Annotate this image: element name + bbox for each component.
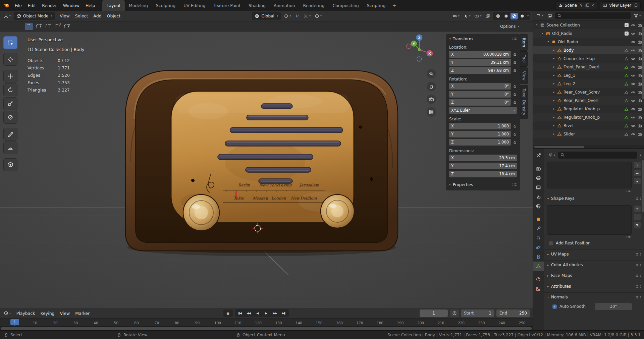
- properties-tab-constraints[interactable]: [533, 252, 544, 262]
- workspace-tab-modeling[interactable]: Modeling: [125, 0, 152, 11]
- auto-keying-button[interactable]: ●: [223, 309, 233, 317]
- workspace-tab-scripting[interactable]: Scripting: [363, 0, 390, 11]
- tool-measure[interactable]: [3, 142, 17, 154]
- timeline-menu-playback[interactable]: Playback: [14, 309, 38, 317]
- properties-tab-object[interactable]: [533, 215, 544, 224]
- field-z[interactable]: Z0°: [449, 99, 511, 106]
- transform-panel-header[interactable]: ▾Transform: [446, 34, 520, 43]
- field-x[interactable]: X1.000: [449, 123, 511, 129]
- tool-rotate[interactable]: [3, 83, 17, 96]
- timeline-menu-marker[interactable]: Marker: [72, 309, 92, 317]
- collection-checkbox[interactable]: ✓: [625, 23, 629, 27]
- topbar-menu-edit[interactable]: Edit: [25, 2, 39, 9]
- frame-end-field[interactable]: End 250: [496, 309, 530, 317]
- properties-tab-texture[interactable]: [533, 284, 544, 293]
- lock-toggle[interactable]: [513, 84, 517, 88]
- list-button-specials[interactable]: ▾: [633, 221, 641, 228]
- zoom-button[interactable]: [427, 69, 436, 78]
- list-button-remove[interactable]: −: [633, 213, 641, 220]
- hide-viewport-toggle[interactable]: [631, 23, 635, 27]
- properties-tab-modifiers[interactable]: [533, 224, 544, 233]
- outliner-row-regulator-knob-p[interactable]: ▸ Regulator_Knob_p: [533, 113, 644, 121]
- unlink-scene-icon[interactable]: ×: [591, 3, 594, 8]
- play-reverse-button[interactable]: ◀: [253, 310, 262, 317]
- auto-smooth-checkbox[interactable]: ✓: [552, 304, 557, 309]
- workspace-tab-layout[interactable]: Layout: [102, 0, 125, 11]
- outliner-row-regulator-knob-p[interactable]: ▸ Regulator_Knob_p: [533, 105, 644, 113]
- outliner-row-rear-cover-screv[interactable]: ▸ Rear_Cover_Screv: [533, 88, 644, 96]
- outliner-row-scene-collection[interactable]: ▾ Scene Collection ✓: [533, 21, 644, 29]
- workspace-tab-shading[interactable]: Shading: [245, 0, 270, 11]
- editor-type-button[interactable]: ▾: [3, 13, 12, 19]
- outliner-row-leg-1[interactable]: ▸ Leg_1: [533, 71, 644, 79]
- workspace-tab-texture-paint[interactable]: Texture Paint: [209, 0, 245, 11]
- shading-wireframe-button[interactable]: [494, 13, 502, 19]
- shape-keys-panel-header[interactable]: ▾Shape Keys: [544, 194, 644, 203]
- visibility-dropdown[interactable]: ▾: [451, 13, 461, 19]
- axis-negz-ball[interactable]: [417, 57, 422, 61]
- new-view-layer-icon[interactable]: [633, 3, 638, 8]
- workspace-tab-rendering[interactable]: Rendering: [299, 0, 329, 11]
- expander-icon[interactable]: ▸: [551, 107, 556, 110]
- properties-tab-object-data[interactable]: [533, 262, 544, 271]
- expander-icon[interactable]: ▾: [534, 23, 539, 26]
- expander-icon[interactable]: ▾: [540, 32, 545, 35]
- panel-uv-maps[interactable]: ▸UV Maps: [544, 249, 644, 259]
- lock-toggle[interactable]: [513, 140, 517, 144]
- select-mode-invert[interactable]: ↺: [53, 23, 61, 30]
- outliner-row-old-radio[interactable]: ▾ Old_Radio ✓: [533, 29, 644, 38]
- playhead[interactable]: 1: [10, 319, 19, 325]
- list-resize-grip[interactable]: [626, 189, 632, 192]
- viewport-menu-add[interactable]: Add: [91, 12, 104, 20]
- lock-toggle[interactable]: [513, 124, 517, 128]
- timeline-scrollbar[interactable]: [0, 326, 533, 330]
- hide-viewport-toggle[interactable]: [631, 48, 635, 53]
- outliner-row-body[interactable]: ▸ Body: [533, 46, 644, 54]
- topbar-menu-window[interactable]: Window: [60, 2, 83, 9]
- list-button-add[interactable]: +: [633, 205, 641, 212]
- camera-view-button[interactable]: [427, 95, 436, 104]
- outliner-row-old-radio[interactable]: ▾ Old_Radio: [533, 38, 644, 46]
- expander-icon[interactable]: ▸: [551, 65, 556, 68]
- shading-solid-button[interactable]: [502, 13, 510, 19]
- auto-smooth-angle-field[interactable]: 30°: [595, 303, 632, 310]
- jump-to-end-button[interactable]: ▶▮: [279, 310, 288, 317]
- shading-material-button[interactable]: [511, 13, 518, 19]
- workspace-tab-uv-editing[interactable]: UV Editing: [179, 0, 209, 11]
- sidebar-tab-view[interactable]: View: [520, 67, 528, 84]
- timeline-editor-type-button[interactable]: ▾: [3, 310, 12, 316]
- lock-toggle[interactable]: [513, 60, 517, 64]
- expander-icon[interactable]: ▸: [551, 82, 556, 85]
- properties-options-icon[interactable]: ▾: [640, 154, 641, 157]
- outliner-row-connector-flap[interactable]: ▸ Connector_Flap: [533, 54, 644, 63]
- panel-face-maps[interactable]: ▸Face Maps: [544, 271, 644, 280]
- outliner-row-leg-2[interactable]: ▸ Leg_2: [533, 79, 644, 88]
- outliner-filter-button[interactable]: ▾: [633, 13, 642, 19]
- select-mode-extend[interactable]: +: [34, 23, 42, 30]
- select-mode-subtract[interactable]: −: [44, 23, 52, 30]
- tool-annotate[interactable]: [3, 128, 17, 140]
- sidebar-tab-tool[interactable]: Tool: [520, 51, 528, 67]
- expander-icon[interactable]: ▾: [546, 40, 551, 43]
- frame-start-field[interactable]: Start 1: [461, 309, 494, 317]
- viewport-menu-object[interactable]: Object: [104, 12, 123, 20]
- field-z[interactable]: Z18.4 cm: [449, 171, 517, 177]
- hide-viewport-toggle[interactable]: [631, 81, 635, 86]
- outliner-editor-type-button[interactable]: ▾: [535, 13, 544, 19]
- outliner-row-rear-panel-overl[interactable]: ▸ Rear_Panel_Overl: [533, 96, 644, 105]
- properties-search-input[interactable]: [558, 152, 637, 159]
- options-dropdown[interactable]: Options▾: [500, 24, 519, 29]
- orientation-dropdown[interactable]: Global▾: [252, 12, 281, 20]
- hide-viewport-toggle[interactable]: [631, 56, 635, 61]
- properties-tab-tool[interactable]: [533, 151, 544, 160]
- hide-viewport-toggle[interactable]: [631, 40, 635, 44]
- field-z[interactable]: Z987.68 cm: [449, 67, 511, 74]
- list-resize-grip[interactable]: [626, 236, 632, 238]
- hide-viewport-toggle[interactable]: [631, 123, 635, 128]
- hide-viewport-toggle[interactable]: [631, 115, 635, 120]
- sidebar-tab-texel-density[interactable]: Texel Density: [520, 85, 528, 119]
- radio-knob-left[interactable]: [183, 194, 219, 231]
- properties-tab-scene[interactable]: [533, 192, 544, 202]
- field-x[interactable]: X29.3 cm: [449, 155, 517, 161]
- properties-tab-particles[interactable]: [533, 233, 544, 243]
